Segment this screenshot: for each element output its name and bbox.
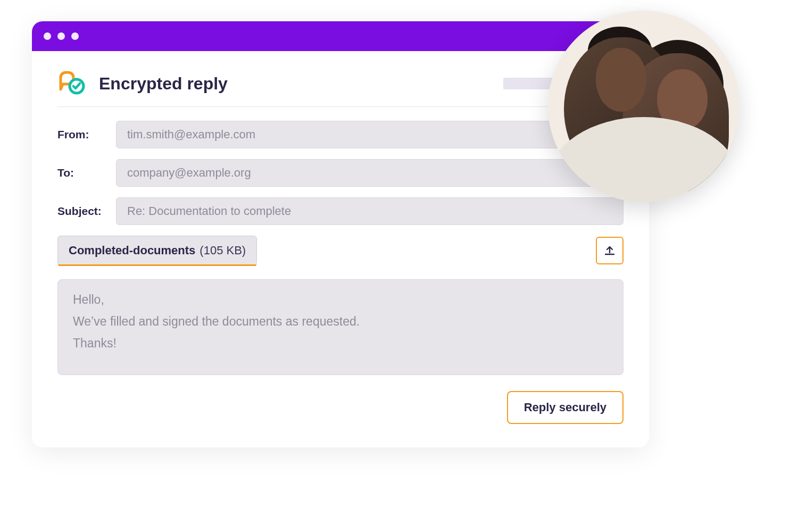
app-logo-icon: [57, 70, 87, 97]
upload-button[interactable]: [596, 237, 624, 264]
body-line: Thanks!: [73, 336, 608, 351]
message-body[interactable]: Hello, We’ve filled and signed the docum…: [57, 279, 624, 375]
attachment-chip[interactable]: Completed-documents (105 KB): [57, 236, 257, 265]
window-dot[interactable]: [44, 32, 51, 40]
window-titlebar: [32, 21, 649, 51]
subject-value: Re: Documentation to complete: [127, 204, 291, 218]
from-field[interactable]: tim.smith@example.com: [116, 121, 624, 148]
attachment-size: (105 KB): [200, 244, 246, 257]
attachments-row: Completed-documents (105 KB): [57, 236, 624, 265]
reply-securely-button[interactable]: Reply securely: [507, 391, 624, 424]
page-header: Encrypted reply: [57, 70, 624, 107]
stage: Encrypted reply From: tim.smith@example.…: [32, 21, 734, 447]
body-line: We’ve filled and signed the documents as…: [73, 314, 608, 329]
to-label: To:: [57, 167, 116, 179]
page-title: Encrypted reply: [99, 74, 228, 94]
hero-photo: [548, 11, 739, 202]
to-field[interactable]: company@example.org: [116, 159, 624, 187]
to-value: company@example.org: [127, 166, 251, 180]
attachment-name: Completed-documents: [69, 244, 195, 257]
body-line: Hello,: [73, 293, 608, 307]
subject-row: Subject: Re: Documentation to complete: [57, 197, 624, 225]
subject-label: Subject:: [57, 205, 116, 218]
from-label: From:: [57, 128, 116, 141]
upload-icon: [603, 244, 616, 258]
photo-shape: [596, 48, 646, 112]
window-dot[interactable]: [57, 32, 65, 40]
from-value: tim.smith@example.com: [127, 128, 255, 142]
compose-form: From: tim.smith@example.com To: company@…: [57, 121, 624, 424]
window-dot[interactable]: [71, 32, 79, 40]
from-row: From: tim.smith@example.com: [57, 121, 624, 148]
to-row: To: company@example.org: [57, 159, 624, 187]
footer-actions: Reply securely: [57, 391, 624, 424]
subject-field[interactable]: Re: Documentation to complete: [116, 197, 624, 225]
